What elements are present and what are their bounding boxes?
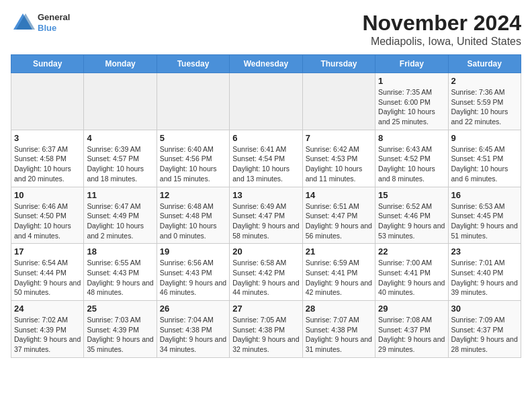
calendar-cell: 1Sunrise: 7:35 AM Sunset: 6:00 PM Daylig… [375,73,448,130]
day-number: 5 [160,133,226,143]
weekday-label: Thursday [302,55,375,73]
calendar-cell: 8Sunrise: 6:43 AM Sunset: 4:52 PM Daylig… [375,130,448,187]
day-info: Sunrise: 6:59 AM Sunset: 4:41 PM Dayligh… [306,258,372,298]
day-number: 30 [451,304,518,314]
calendar-cell: 17Sunrise: 6:54 AM Sunset: 4:44 PM Dayli… [11,244,84,301]
day-number: 4 [87,133,153,143]
calendar-cell: 29Sunrise: 7:08 AM Sunset: 4:37 PM Dayli… [375,301,448,358]
calendar-cell: 15Sunrise: 6:52 AM Sunset: 4:46 PM Dayli… [375,187,448,244]
calendar-cell: 2Sunrise: 7:36 AM Sunset: 5:59 PM Daylig… [448,73,521,130]
day-number: 14 [306,190,372,200]
day-info: Sunrise: 6:49 AM Sunset: 4:47 PM Dayligh… [232,201,299,241]
day-number: 26 [160,304,226,314]
day-number: 28 [306,304,372,314]
day-number: 23 [451,246,518,257]
calendar-week-row: 1Sunrise: 7:35 AM Sunset: 6:00 PM Daylig… [11,73,521,130]
day-number: 11 [87,190,153,200]
day-info: Sunrise: 7:00 AM Sunset: 4:41 PM Dayligh… [378,258,445,298]
day-info: Sunrise: 7:09 AM Sunset: 4:37 PM Dayligh… [451,315,518,355]
day-info: Sunrise: 7:07 AM Sunset: 4:38 PM Dayligh… [306,315,372,355]
day-info: Sunrise: 7:05 AM Sunset: 4:38 PM Dayligh… [232,315,299,355]
logo-line2: Blue [38,23,70,34]
day-number: 29 [378,304,445,314]
weekday-label: Tuesday [157,55,229,73]
calendar-week-row: 17Sunrise: 6:54 AM Sunset: 4:44 PM Dayli… [11,244,521,301]
calendar-cell: 18Sunrise: 6:55 AM Sunset: 4:43 PM Dayli… [84,244,157,301]
logo-line1: General [38,12,70,23]
day-info: Sunrise: 6:51 AM Sunset: 4:47 PM Dayligh… [306,201,372,241]
calendar-cell: 30Sunrise: 7:09 AM Sunset: 4:37 PM Dayli… [448,301,521,358]
day-number: 25 [87,304,153,314]
day-info: Sunrise: 6:56 AM Sunset: 4:43 PM Dayligh… [160,258,226,298]
calendar-cell: 19Sunrise: 6:56 AM Sunset: 4:43 PM Dayli… [157,244,229,301]
calendar-cell [157,73,229,130]
day-number: 6 [232,133,299,143]
calendar-cell: 27Sunrise: 7:05 AM Sunset: 4:38 PM Dayli… [230,301,302,358]
weekday-label: Saturday [448,55,521,73]
calendar-table: SundayMondayTuesdayWednesdayThursdayFrid… [11,54,521,358]
weekday-label: Wednesday [230,55,302,73]
calendar-week-row: 24Sunrise: 7:02 AM Sunset: 4:39 PM Dayli… [11,301,521,358]
title-block: November 2024 Mediapolis, Iowa, United S… [362,11,521,48]
day-number: 13 [232,190,299,200]
calendar-cell: 10Sunrise: 6:46 AM Sunset: 4:50 PM Dayli… [11,187,84,244]
calendar-cell: 16Sunrise: 6:53 AM Sunset: 4:45 PM Dayli… [448,187,521,244]
day-number: 1 [378,76,445,86]
day-info: Sunrise: 6:52 AM Sunset: 4:46 PM Dayligh… [378,201,445,241]
calendar-cell [302,73,375,130]
calendar-cell: 3Sunrise: 6:37 AM Sunset: 4:58 PM Daylig… [11,130,84,187]
day-number: 22 [378,246,445,257]
day-number: 12 [160,190,226,200]
calendar-week-row: 3Sunrise: 6:37 AM Sunset: 4:58 PM Daylig… [11,130,521,187]
day-info: Sunrise: 6:43 AM Sunset: 4:52 PM Dayligh… [378,144,445,184]
day-info: Sunrise: 6:41 AM Sunset: 4:54 PM Dayligh… [232,144,299,184]
page-title: November 2024 [362,11,521,36]
calendar-cell: 7Sunrise: 6:42 AM Sunset: 4:53 PM Daylig… [302,130,375,187]
day-number: 8 [378,133,445,143]
page-subtitle: Mediapolis, Iowa, United States [362,36,521,48]
day-info: Sunrise: 6:47 AM Sunset: 4:49 PM Dayligh… [87,201,153,241]
calendar-cell: 13Sunrise: 6:49 AM Sunset: 4:47 PM Dayli… [230,187,302,244]
day-info: Sunrise: 7:08 AM Sunset: 4:37 PM Dayligh… [378,315,445,355]
day-number: 7 [306,133,372,143]
day-info: Sunrise: 6:48 AM Sunset: 4:48 PM Dayligh… [160,201,226,241]
weekday-label: Sunday [11,55,84,73]
day-info: Sunrise: 6:40 AM Sunset: 4:56 PM Dayligh… [160,144,226,184]
calendar-cell: 28Sunrise: 7:07 AM Sunset: 4:38 PM Dayli… [302,301,375,358]
day-number: 3 [14,133,81,143]
calendar-header: SundayMondayTuesdayWednesdayThursdayFrid… [11,55,521,73]
day-number: 18 [87,246,153,257]
day-number: 10 [14,190,81,200]
day-number: 17 [14,246,81,257]
calendar-cell: 24Sunrise: 7:02 AM Sunset: 4:39 PM Dayli… [11,301,84,358]
weekday-label: Friday [375,55,448,73]
day-number: 21 [306,246,372,257]
day-info: Sunrise: 6:46 AM Sunset: 4:50 PM Dayligh… [14,201,81,241]
logo-text: General Blue [38,12,70,33]
calendar-cell: 25Sunrise: 7:03 AM Sunset: 4:39 PM Dayli… [84,301,157,358]
calendar-cell: 23Sunrise: 7:01 AM Sunset: 4:40 PM Dayli… [448,244,521,301]
page-header: General Blue November 2024 Mediapolis, I… [11,11,521,48]
calendar-cell: 12Sunrise: 6:48 AM Sunset: 4:48 PM Dayli… [157,187,229,244]
weekday-header-row: SundayMondayTuesdayWednesdayThursdayFrid… [11,55,521,73]
calendar-cell: 9Sunrise: 6:45 AM Sunset: 4:51 PM Daylig… [448,130,521,187]
calendar-body: 1Sunrise: 7:35 AM Sunset: 6:00 PM Daylig… [11,73,521,358]
day-info: Sunrise: 7:02 AM Sunset: 4:39 PM Dayligh… [14,315,81,355]
day-info: Sunrise: 6:37 AM Sunset: 4:58 PM Dayligh… [14,144,81,184]
calendar-cell [84,73,157,130]
day-number: 16 [451,190,518,200]
day-info: Sunrise: 6:42 AM Sunset: 4:53 PM Dayligh… [306,144,372,184]
day-info: Sunrise: 6:54 AM Sunset: 4:44 PM Dayligh… [14,258,81,298]
day-number: 27 [232,304,299,314]
weekday-label: Monday [84,55,157,73]
calendar-cell: 21Sunrise: 6:59 AM Sunset: 4:41 PM Dayli… [302,244,375,301]
day-number: 15 [378,190,445,200]
day-info: Sunrise: 6:39 AM Sunset: 4:57 PM Dayligh… [87,144,153,184]
day-info: Sunrise: 7:04 AM Sunset: 4:38 PM Dayligh… [160,315,226,355]
day-number: 2 [451,76,518,86]
day-number: 9 [451,133,518,143]
calendar-cell: 20Sunrise: 6:58 AM Sunset: 4:42 PM Dayli… [230,244,302,301]
day-info: Sunrise: 6:45 AM Sunset: 4:51 PM Dayligh… [451,144,518,184]
calendar-cell: 5Sunrise: 6:40 AM Sunset: 4:56 PM Daylig… [157,130,229,187]
day-number: 20 [232,246,299,257]
